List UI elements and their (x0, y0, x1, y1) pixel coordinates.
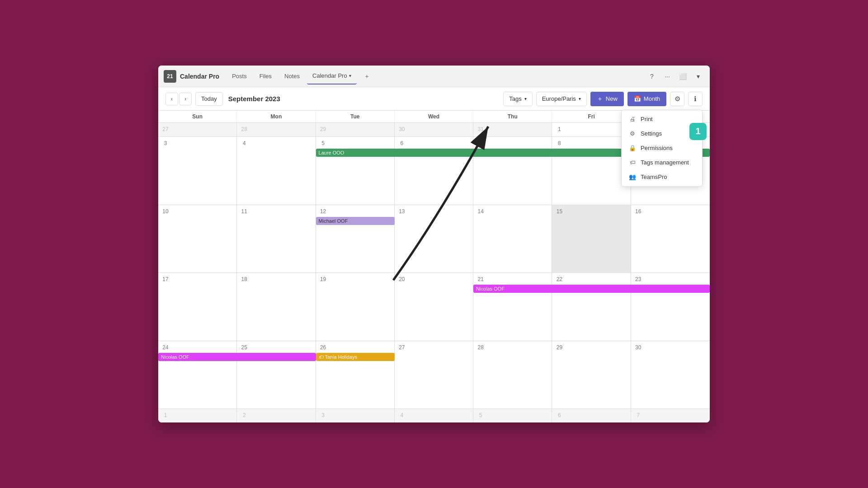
cal-cell-aug28[interactable]: 28 (237, 123, 316, 136)
title-bar-right: ? ··· ⬜ ▾ (646, 70, 704, 83)
month-view-button[interactable]: 📅 Month (627, 92, 666, 106)
cal-cell-oct1[interactable]: 1 (158, 409, 237, 422)
cal-cell-oct2[interactable]: 2 (237, 409, 316, 422)
cal-cell-sep13[interactable]: 13 (395, 205, 473, 273)
toolbar-right: Tags ▾ Europe/Paris ▾ ＋ New 📅 Month ⚙ ℹ (503, 92, 703, 106)
cal-cell-sep15[interactable]: 15 (552, 205, 631, 273)
timezone-dropdown[interactable]: Europe/Paris ▾ (536, 92, 587, 106)
tab-files[interactable]: Files (254, 68, 277, 84)
menu-item-tags[interactable]: 🏷 Tags management (622, 155, 702, 170)
cal-cell-sep17[interactable]: 17 (158, 273, 237, 341)
cal-cell-sep26[interactable]: 26 (316, 341, 395, 409)
menu-item-settings-label: Settings (641, 130, 662, 137)
menu-item-teamspro-label: TeamsPro (641, 174, 667, 180)
cal-cell-sep1[interactable]: 1 (552, 123, 631, 136)
cal-cell-sep23[interactable]: 23 (631, 273, 710, 341)
chevron-down-icon: ▾ (349, 73, 351, 78)
title-bar: 21 Calendar Pro Posts Files Notes Calend… (158, 66, 710, 87)
app-icon: 21 (164, 70, 176, 83)
timezone-chevron-icon: ▾ (579, 96, 581, 101)
cal-cell-sep7[interactable]: 7 (473, 137, 552, 205)
cal-cell-aug31[interactable]: 31 (473, 123, 552, 136)
menu-item-teamspro[interactable]: 👥 TeamsPro (622, 170, 702, 184)
toolbar: ‹ › Today September 2023 Tags ▾ Europe/P… (158, 87, 710, 111)
cal-cell-sep3[interactable]: 3 (158, 137, 237, 205)
cal-cell-sep28[interactable]: 28 (473, 341, 552, 409)
month-title: September 2023 (228, 95, 280, 103)
week-row-6: 1 2 3 4 5 6 7 (158, 409, 710, 422)
header-sun: Sun (158, 111, 237, 122)
week-row-4: 17 18 19 20 21 22 23 Nicolas OOF (158, 273, 710, 341)
info-icon: ℹ (694, 95, 697, 103)
cal-cell-sep6[interactable]: 6 (395, 137, 473, 205)
permissions-icon: 🔒 (629, 145, 636, 152)
calendar-icon: 📅 (634, 95, 641, 102)
tags-mgmt-icon: 🏷 (629, 159, 636, 166)
cal-cell-sep11[interactable]: 11 (237, 205, 316, 273)
gear-button[interactable]: ⚙ (670, 92, 684, 106)
cal-cell-sep19[interactable]: 19 (316, 273, 395, 341)
cal-cell-sep18[interactable]: 18 (237, 273, 316, 341)
cal-cell-sep29[interactable]: 29 (552, 341, 631, 409)
header-wed: Wed (395, 111, 473, 122)
tab-posts[interactable]: Posts (226, 68, 252, 84)
prev-month-button[interactable]: ‹ (165, 93, 178, 105)
cal-cell-oct7[interactable]: 7 (631, 409, 710, 422)
new-button[interactable]: ＋ New (590, 92, 624, 106)
tab-add[interactable]: ＋ (359, 68, 375, 84)
cal-cell-sep16[interactable]: 16 (631, 205, 710, 273)
event-nicolas-oof-week4[interactable]: Nicolas OOF (473, 285, 710, 293)
app-window: 21 Calendar Pro Posts Files Notes Calend… (158, 66, 710, 422)
cal-cell-oct3[interactable]: 3 (316, 409, 395, 422)
view-icon: ⬜ (679, 73, 687, 80)
cal-cell-sep8[interactable]: 8 (552, 137, 631, 205)
week-row-3: 10 11 12 13 14 15 16 Michael OOF (158, 205, 710, 273)
event-michael-oof[interactable]: Michael OOF (316, 217, 395, 225)
new-label: New (606, 95, 618, 102)
view-icon-btn[interactable]: ⬜ (676, 70, 689, 83)
cal-cell-aug30[interactable]: 30 (395, 123, 473, 136)
info-button[interactable]: ℹ (688, 92, 703, 106)
cal-cell-sep27[interactable]: 27 (395, 341, 473, 409)
cal-cell-sep4[interactable]: 4 (237, 137, 316, 205)
cal-cell-aug27[interactable]: 27 (158, 123, 237, 136)
tags-dropdown[interactable]: Tags ▾ (503, 92, 532, 106)
cal-cell-sep5[interactable]: 5 (316, 137, 395, 205)
tab-notes[interactable]: Notes (279, 68, 305, 84)
help-icon-btn[interactable]: ? (646, 70, 658, 83)
badge-number: 1 (695, 126, 700, 136)
cal-cell-sep22[interactable]: 22 (552, 273, 631, 341)
cal-cell-sep21[interactable]: 21 (473, 273, 552, 341)
header-fri: Fri (552, 111, 631, 122)
cal-cell-sep30[interactable]: 30 (631, 341, 710, 409)
chevron-down-titlebar-btn[interactable]: ▾ (692, 70, 704, 83)
menu-item-permissions[interactable]: 🔒 Permissions (622, 141, 702, 155)
cal-cell-oct4[interactable]: 4 (395, 409, 473, 422)
tab-calendar-pro[interactable]: Calendar Pro ▾ (307, 68, 357, 84)
cal-cell-sep20[interactable]: 20 (395, 273, 473, 341)
nav-arrows: ‹ › (165, 93, 192, 105)
cal-cell-sep10[interactable]: 10 (158, 205, 237, 273)
settings-dropdown-menu: 🖨 Print ⚙ Settings 🔒 Permissions 🏷 Tags … (621, 110, 703, 187)
cal-cell-sep14[interactable]: 14 (473, 205, 552, 273)
month-view-label: Month (644, 95, 660, 102)
week-row-5: 24 25 26 27 28 29 30 Nicolas OOF 🏷 Tania… (158, 341, 710, 409)
today-button[interactable]: Today (195, 92, 223, 106)
next-month-button[interactable]: › (179, 93, 192, 105)
cal-cell-sep12[interactable]: 12 (316, 205, 395, 273)
header-thu: Thu (473, 111, 552, 122)
event-nicolas-oof-week5[interactable]: Nicolas OOF (158, 353, 316, 361)
cal-cell-oct6[interactable]: 6 (552, 409, 631, 422)
cal-cell-oct5[interactable]: 5 (473, 409, 552, 422)
week-row-3-cells: 10 11 12 13 14 15 16 (158, 205, 710, 273)
cal-cell-aug29[interactable]: 29 (316, 123, 395, 136)
week-row-5-cells: 24 25 26 27 28 29 30 (158, 341, 710, 409)
print-icon: 🖨 (629, 116, 636, 123)
more-icon-btn[interactable]: ··· (661, 70, 674, 83)
cal-cell-sep24[interactable]: 24 (158, 341, 237, 409)
menu-item-permissions-label: Permissions (641, 145, 673, 151)
tags-label: Tags (509, 95, 521, 102)
event-tania-holidays[interactable]: 🏷 Tania Holidays (316, 353, 395, 361)
menu-item-tags-label: Tags management (641, 159, 689, 166)
cal-cell-sep25[interactable]: 25 (237, 341, 316, 409)
